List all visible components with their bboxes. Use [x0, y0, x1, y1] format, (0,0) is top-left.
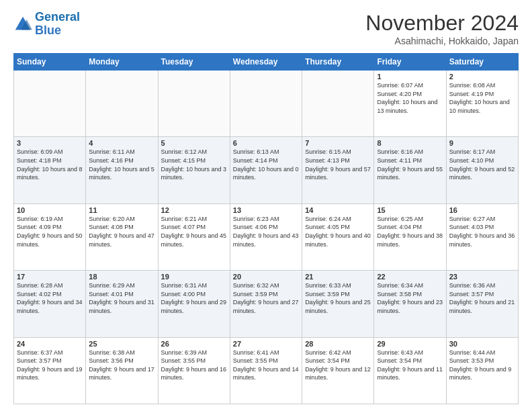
day-info: Sunrise: 6:12 AM Sunset: 4:15 PM Dayligh… — [161, 148, 227, 181]
day-info: Sunrise: 6:36 AM Sunset: 3:57 PM Dayligh… — [449, 281, 515, 315]
day-info: Sunrise: 6:07 AM Sunset: 4:20 PM Dayligh… — [377, 81, 443, 115]
calendar-cell: 12Sunrise: 6:21 AM Sunset: 4:07 PM Dayli… — [158, 203, 230, 270]
day-info: Sunrise: 6:32 AM Sunset: 3:59 PM Dayligh… — [233, 281, 299, 315]
day-number: 16 — [449, 206, 515, 214]
day-number: 11 — [89, 206, 154, 214]
calendar-cell: 2Sunrise: 6:08 AM Sunset: 4:19 PM Daylig… — [446, 71, 518, 137]
day-info: Sunrise: 6:43 AM Sunset: 3:54 PM Dayligh… — [377, 349, 443, 382]
logo-icon — [13, 15, 32, 34]
calendar-cell: 16Sunrise: 6:27 AM Sunset: 4:03 PM Dayli… — [446, 203, 518, 270]
calendar-cell: 27Sunrise: 6:41 AM Sunset: 3:55 PM Dayli… — [230, 337, 302, 404]
calendar-cell: 5Sunrise: 6:12 AM Sunset: 4:15 PM Daylig… — [158, 137, 230, 203]
day-info: Sunrise: 6:17 AM Sunset: 4:10 PM Dayligh… — [449, 148, 515, 181]
day-number: 12 — [161, 206, 227, 214]
day-number: 28 — [305, 340, 371, 348]
day-number: 1 — [377, 73, 443, 81]
day-info: Sunrise: 6:29 AM Sunset: 4:01 PM Dayligh… — [89, 281, 154, 315]
day-info: Sunrise: 6:21 AM Sunset: 4:07 PM Dayligh… — [161, 215, 227, 248]
day-number: 3 — [17, 139, 83, 147]
day-number: 18 — [89, 273, 154, 281]
calendar-cell — [158, 71, 230, 137]
day-number: 15 — [377, 206, 443, 214]
weekday-header-wednesday: Wednesday — [230, 54, 302, 71]
weekday-header-thursday: Thursday — [302, 54, 374, 71]
weekday-header-row: SundayMondayTuesdayWednesdayThursdayFrid… — [14, 54, 519, 71]
logo-line1: General — [35, 10, 80, 24]
header: General Blue November 2024 Asahimachi, H… — [13, 11, 519, 46]
calendar-cell: 1Sunrise: 6:07 AM Sunset: 4:20 PM Daylig… — [374, 71, 446, 137]
title-area: November 2024 Asahimachi, Hokkaido, Japa… — [365, 11, 519, 46]
day-number: 10 — [17, 206, 83, 214]
day-number: 26 — [161, 340, 227, 348]
weekday-header-tuesday: Tuesday — [158, 54, 230, 71]
calendar-cell: 28Sunrise: 6:42 AM Sunset: 3:54 PM Dayli… — [302, 337, 374, 404]
day-number: 8 — [377, 139, 443, 147]
day-info: Sunrise: 6:44 AM Sunset: 3:53 PM Dayligh… — [449, 349, 515, 382]
page: General Blue November 2024 Asahimachi, H… — [0, 0, 532, 411]
day-info: Sunrise: 6:42 AM Sunset: 3:54 PM Dayligh… — [305, 349, 371, 382]
calendar-cell: 22Sunrise: 6:34 AM Sunset: 3:58 PM Dayli… — [374, 271, 446, 337]
week-row-1: 3Sunrise: 6:09 AM Sunset: 4:18 PM Daylig… — [14, 137, 519, 203]
day-info: Sunrise: 6:31 AM Sunset: 4:00 PM Dayligh… — [161, 281, 227, 315]
weekday-header-friday: Friday — [374, 54, 446, 71]
day-number: 25 — [89, 340, 154, 348]
week-row-2: 10Sunrise: 6:19 AM Sunset: 4:09 PM Dayli… — [14, 203, 519, 270]
day-number: 29 — [377, 340, 443, 348]
day-info: Sunrise: 6:08 AM Sunset: 4:19 PM Dayligh… — [449, 81, 515, 115]
calendar-cell: 15Sunrise: 6:25 AM Sunset: 4:04 PM Dayli… — [374, 203, 446, 270]
calendar-cell — [14, 71, 86, 137]
day-info: Sunrise: 6:25 AM Sunset: 4:04 PM Dayligh… — [377, 215, 443, 248]
calendar-cell: 24Sunrise: 6:37 AM Sunset: 3:57 PM Dayli… — [14, 337, 86, 404]
day-number: 14 — [305, 206, 371, 214]
day-number: 4 — [89, 139, 154, 147]
logo-line2: Blue — [35, 24, 80, 38]
day-number: 23 — [449, 273, 515, 281]
calendar-cell: 11Sunrise: 6:20 AM Sunset: 4:08 PM Dayli… — [86, 203, 158, 270]
day-info: Sunrise: 6:28 AM Sunset: 4:02 PM Dayligh… — [17, 281, 83, 315]
day-info: Sunrise: 6:37 AM Sunset: 3:57 PM Dayligh… — [17, 349, 83, 382]
day-number: 2 — [449, 73, 515, 81]
weekday-header-sunday: Sunday — [14, 54, 86, 71]
day-info: Sunrise: 6:39 AM Sunset: 3:55 PM Dayligh… — [161, 349, 227, 382]
day-number: 9 — [449, 139, 515, 147]
day-info: Sunrise: 6:13 AM Sunset: 4:14 PM Dayligh… — [233, 148, 299, 181]
day-info: Sunrise: 6:38 AM Sunset: 3:56 PM Dayligh… — [89, 349, 154, 382]
day-info: Sunrise: 6:09 AM Sunset: 4:18 PM Dayligh… — [17, 148, 83, 181]
day-info: Sunrise: 6:16 AM Sunset: 4:11 PM Dayligh… — [377, 148, 443, 181]
calendar-cell: 13Sunrise: 6:23 AM Sunset: 4:06 PM Dayli… — [230, 203, 302, 270]
day-number: 7 — [305, 139, 371, 147]
calendar-cell: 29Sunrise: 6:43 AM Sunset: 3:54 PM Dayli… — [374, 337, 446, 404]
calendar-cell: 8Sunrise: 6:16 AM Sunset: 4:11 PM Daylig… — [374, 137, 446, 203]
calendar-cell — [230, 71, 302, 137]
day-number: 6 — [233, 139, 299, 147]
day-info: Sunrise: 6:34 AM Sunset: 3:58 PM Dayligh… — [377, 281, 443, 315]
weekday-header-monday: Monday — [86, 54, 158, 71]
calendar-cell — [86, 71, 158, 137]
week-row-3: 17Sunrise: 6:28 AM Sunset: 4:02 PM Dayli… — [14, 271, 519, 337]
calendar-cell: 17Sunrise: 6:28 AM Sunset: 4:02 PM Dayli… — [14, 271, 86, 337]
calendar-cell: 4Sunrise: 6:11 AM Sunset: 4:16 PM Daylig… — [86, 137, 158, 203]
calendar-cell: 25Sunrise: 6:38 AM Sunset: 3:56 PM Dayli… — [86, 337, 158, 404]
day-number: 24 — [17, 340, 83, 348]
calendar-cell: 19Sunrise: 6:31 AM Sunset: 4:00 PM Dayli… — [158, 271, 230, 337]
day-info: Sunrise: 6:23 AM Sunset: 4:06 PM Dayligh… — [233, 215, 299, 248]
day-info: Sunrise: 6:24 AM Sunset: 4:05 PM Dayligh… — [305, 215, 371, 248]
calendar-cell: 14Sunrise: 6:24 AM Sunset: 4:05 PM Dayli… — [302, 203, 374, 270]
day-info: Sunrise: 6:41 AM Sunset: 3:55 PM Dayligh… — [233, 349, 299, 382]
calendar-cell: 10Sunrise: 6:19 AM Sunset: 4:09 PM Dayli… — [14, 203, 86, 270]
calendar-cell: 6Sunrise: 6:13 AM Sunset: 4:14 PM Daylig… — [230, 137, 302, 203]
day-number: 13 — [233, 206, 299, 214]
day-info: Sunrise: 6:11 AM Sunset: 4:16 PM Dayligh… — [89, 148, 154, 181]
day-number: 5 — [161, 139, 227, 147]
day-number: 30 — [449, 340, 515, 348]
calendar-body: 1Sunrise: 6:07 AM Sunset: 4:20 PM Daylig… — [14, 71, 519, 404]
logo-text: General Blue — [35, 11, 80, 38]
calendar-cell: 9Sunrise: 6:17 AM Sunset: 4:10 PM Daylig… — [446, 137, 518, 203]
calendar-cell — [302, 71, 374, 137]
day-info: Sunrise: 6:27 AM Sunset: 4:03 PM Dayligh… — [449, 215, 515, 248]
weekday-header-saturday: Saturday — [446, 54, 518, 71]
day-info: Sunrise: 6:20 AM Sunset: 4:08 PM Dayligh… — [89, 215, 154, 248]
calendar-cell: 3Sunrise: 6:09 AM Sunset: 4:18 PM Daylig… — [14, 137, 86, 203]
day-info: Sunrise: 6:15 AM Sunset: 4:13 PM Dayligh… — [305, 148, 371, 181]
day-info: Sunrise: 6:19 AM Sunset: 4:09 PM Dayligh… — [17, 215, 83, 248]
